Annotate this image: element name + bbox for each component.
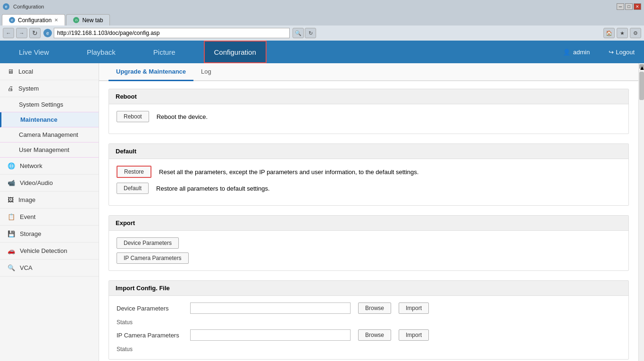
- import-ip-camera-row: IP Camera Parameters Browse Import: [117, 329, 621, 341]
- scroll-up-arrow[interactable]: ▲: [639, 64, 644, 69]
- star-btn[interactable]: ★: [617, 28, 628, 38]
- sidebar-camera-management-label: Camera Management: [19, 131, 78, 138]
- section-default-body: Restore Reset all the parameters, except…: [109, 159, 628, 205]
- scroll-thumb[interactable]: [639, 72, 644, 100]
- section-export-body: Device Parameters IP Camera Parameters: [109, 231, 628, 270]
- sidebar-item-vca[interactable]: 🔍 VCA: [0, 260, 99, 277]
- window-controls[interactable]: ─ □ ✕: [617, 3, 641, 10]
- section-reboot-body: Reboot Reboot the device.: [109, 104, 628, 134]
- browser-window: e Configuration ─ □ ✕ e Configuration ✕ …: [0, 0, 644, 361]
- default-description: Restore all parameters to default settin…: [156, 185, 270, 192]
- browser-title: Configuration: [13, 4, 44, 9]
- default-button[interactable]: Default: [117, 183, 149, 194]
- section-reboot: Reboot Reboot Reboot the device.: [109, 89, 629, 134]
- section-default: Default Restore Reset all the parameters…: [109, 143, 629, 206]
- import-ip-camera-import-button[interactable]: Import: [399, 329, 429, 341]
- import-ip-camera-status: Status: [117, 346, 133, 353]
- sidebar-video-audio-label: Video/Audio: [20, 179, 53, 186]
- sidebar-storage-label: Storage: [20, 230, 42, 237]
- sidebar: 🖥 Local 🖨 System System Settings Mainten…: [0, 63, 99, 361]
- nav-picture-label: Picture: [153, 48, 176, 56]
- minimize-btn[interactable]: ─: [617, 3, 624, 10]
- section-import-body: Device Parameters Browse Import Status I…: [109, 296, 628, 359]
- sidebar-network-label: Network: [20, 162, 42, 169]
- reboot-button[interactable]: Reboot: [117, 111, 149, 122]
- section-export-title: Export: [116, 219, 135, 227]
- section-reboot-header: Reboot: [109, 89, 628, 104]
- maximize-btn[interactable]: □: [625, 3, 633, 10]
- sidebar-vca-label: VCA: [20, 264, 33, 271]
- sidebar-item-system-settings[interactable]: System Settings: [0, 97, 99, 112]
- sidebar-item-maintenance[interactable]: Maintenance: [0, 112, 99, 127]
- nav-configuration[interactable]: Configuration: [204, 41, 267, 63]
- close-btn[interactable]: ✕: [634, 3, 641, 10]
- tab-close-btn[interactable]: ✕: [54, 17, 58, 23]
- sidebar-system-label: System: [18, 85, 39, 92]
- section-export: Export Device Parameters IP Camera Param…: [109, 215, 629, 271]
- logout-button[interactable]: ↪ Logout: [609, 49, 635, 56]
- tab-configuration[interactable]: e Configuration ✕: [2, 14, 65, 25]
- tab-new-tab[interactable]: n New tab: [66, 14, 110, 25]
- sidebar-item-vehicle-detection[interactable]: 🚗 Vehicle Detection: [0, 243, 99, 260]
- nav-playback-label: Playback: [87, 48, 116, 56]
- home-btn[interactable]: 🏠: [603, 28, 615, 38]
- import-device-input[interactable]: [190, 302, 351, 314]
- tab-upgrade-maintenance[interactable]: Upgrade & Maintenance: [109, 63, 193, 81]
- import-device-browse-button[interactable]: Browse: [358, 302, 391, 314]
- tab-configuration-label: Configuration: [18, 17, 51, 24]
- vehicle-icon: 🚗: [8, 247, 15, 254]
- restore-button[interactable]: Restore: [117, 166, 151, 178]
- sidebar-vehicle-detection-label: Vehicle Detection: [20, 247, 67, 254]
- import-ip-camera-input[interactable]: [190, 329, 351, 341]
- image-icon: 🖼: [8, 196, 14, 203]
- import-ip-camera-browse-button[interactable]: Browse: [358, 329, 391, 341]
- section-export-header: Export: [109, 216, 628, 231]
- sidebar-image-label: Image: [18, 196, 35, 203]
- sidebar-item-storage[interactable]: 💾 Storage: [0, 226, 99, 243]
- sidebar-item-video-audio[interactable]: 📹 Video/Audio: [0, 175, 99, 192]
- section-import-header: Import Config. File: [109, 281, 628, 296]
- sidebar-item-network[interactable]: 🌐 Network: [0, 158, 99, 175]
- nav-live-view[interactable]: Live View: [9, 41, 59, 63]
- nav-picture[interactable]: Picture: [144, 41, 185, 63]
- import-device-row: Device Parameters Browse Import: [117, 302, 621, 314]
- export-ip-camera-params-button[interactable]: IP Camera Parameters: [117, 252, 189, 264]
- url-refresh-btn[interactable]: ↻: [305, 28, 316, 38]
- printer-icon: 🖨: [8, 85, 14, 92]
- refresh-button[interactable]: ↻: [29, 28, 41, 38]
- import-ip-camera-label: IP Camera Parameters: [117, 332, 183, 339]
- sidebar-item-event[interactable]: 📋 Event: [0, 209, 99, 226]
- vca-icon: 🔍: [8, 264, 15, 271]
- content-body: Reboot Reboot Reboot the device. Default: [99, 81, 638, 361]
- restore-row: Restore Reset all the parameters, except…: [117, 166, 621, 178]
- export-device-params-button[interactable]: Device Parameters: [117, 237, 179, 249]
- import-device-status: Status: [117, 319, 133, 326]
- scrollbar[interactable]: ▲: [638, 63, 644, 361]
- sidebar-item-camera-management[interactable]: Camera Management: [0, 127, 99, 143]
- settings-btn[interactable]: ⚙: [630, 28, 641, 38]
- sidebar-item-system[interactable]: 🖨 System: [0, 80, 99, 97]
- section-default-header: Default: [109, 144, 628, 159]
- import-device-import-button[interactable]: Import: [399, 302, 429, 314]
- storage-icon: 💾: [8, 230, 15, 237]
- nav-playback[interactable]: Playback: [77, 41, 125, 63]
- reboot-description: Reboot the device.: [157, 113, 208, 120]
- forward-button[interactable]: →: [16, 28, 27, 38]
- url-bar[interactable]: http://192.168.1.103/doc/page/config.asp: [54, 28, 290, 38]
- back-button[interactable]: ←: [3, 28, 14, 38]
- user-icon: 👤: [563, 49, 570, 56]
- search-btn[interactable]: 🔍: [293, 28, 304, 38]
- tab-log-label: Log: [201, 68, 211, 75]
- default-row: Default Restore all parameters to defaul…: [117, 183, 621, 194]
- sidebar-item-local[interactable]: 🖥 Local: [0, 63, 99, 80]
- content-tabs: Upgrade & Maintenance Log: [99, 63, 638, 81]
- tab-log[interactable]: Log: [193, 63, 219, 81]
- url-text: http://192.168.1.103/doc/page/config.asp: [57, 30, 160, 36]
- sidebar-item-user-management[interactable]: User Management: [0, 143, 99, 158]
- section-default-title: Default: [116, 148, 136, 155]
- sidebar-item-image[interactable]: 🖼 Image: [0, 192, 99, 209]
- network-icon: 🌐: [8, 162, 15, 169]
- content-area: Upgrade & Maintenance Log Reboot Reboot …: [99, 63, 638, 361]
- logout-icon: ↪: [609, 49, 614, 56]
- sidebar-event-label: Event: [20, 213, 35, 220]
